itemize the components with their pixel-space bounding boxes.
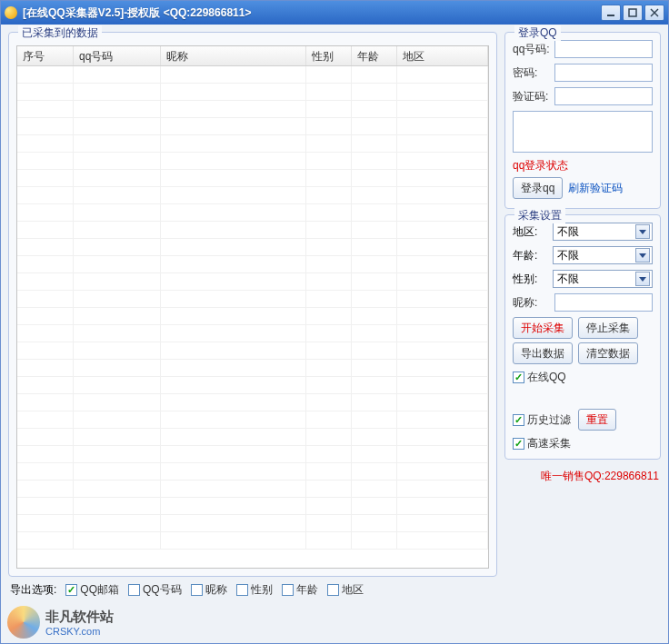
chevron-down-icon <box>635 272 650 286</box>
history-filter-checkbox[interactable]: 历史过滤 <box>513 412 571 428</box>
table-body: document.write(Array.from({length:28}).m… <box>17 66 488 568</box>
export-data-button[interactable]: 导出数据 <box>513 342 573 364</box>
collected-data-group: 已采集到的数据 序号 qq号码 昵称 性别 年龄 地区 document.wri… <box>8 32 497 577</box>
table-row <box>17 481 488 498</box>
col-age[interactable]: 年龄 <box>352 46 397 65</box>
export-qq-email-checkbox[interactable]: QQ邮箱 <box>65 582 119 598</box>
col-gender[interactable]: 性别 <box>306 46 352 65</box>
age-select[interactable]: 不限 <box>553 246 653 264</box>
clear-data-button[interactable]: 清空数据 <box>578 342 638 364</box>
table-row <box>17 532 488 550</box>
age-label: 年龄: <box>513 248 549 263</box>
qq-label: qq号码: <box>513 42 551 57</box>
refresh-captcha-link[interactable]: 刷新验证码 <box>568 181 623 196</box>
captcha-label: 验证码: <box>513 89 551 104</box>
export-options-row: 导出选项: QQ邮箱 QQ号码 昵称 性别 年龄 地区 <box>8 577 497 598</box>
table-row <box>17 118 488 135</box>
data-table[interactable]: 序号 qq号码 昵称 性别 年龄 地区 document.write(Array… <box>16 45 489 569</box>
table-row <box>17 187 488 204</box>
col-qq[interactable]: qq号码 <box>74 46 161 65</box>
table-row <box>17 342 488 360</box>
table-row <box>17 394 488 411</box>
qq-input[interactable] <box>554 40 653 58</box>
svg-rect-1 <box>629 9 636 16</box>
sales-link[interactable]: 唯一销售QQ:229866811 <box>504 465 661 484</box>
settings-group: 采集设置 地区: 不限 年龄: 不限 性别: 不限 昵称: 开始采集 停止采集 … <box>504 214 661 460</box>
col-index[interactable]: 序号 <box>17 46 74 65</box>
table-row <box>17 411 488 429</box>
export-label: 导出选项: <box>10 582 56 598</box>
table-row <box>17 204 488 222</box>
client-area: 已采集到的数据 序号 qq号码 昵称 性别 年龄 地区 document.wri… <box>1 25 668 643</box>
password-input[interactable] <box>554 64 653 82</box>
nick-label: 昵称: <box>513 295 551 311</box>
nick-input[interactable] <box>554 293 653 312</box>
table-row <box>17 463 488 481</box>
login-group: 登录QQ qq号码: 密码: 验证码: qq登录状态 登录qq 刷新验证码 <box>504 32 661 209</box>
table-row <box>17 170 488 187</box>
stop-collect-button[interactable]: 停止采集 <box>578 317 638 339</box>
chevron-down-icon <box>635 224 650 239</box>
table-row <box>17 515 488 532</box>
app-icon <box>5 6 17 19</box>
table-row <box>17 101 488 118</box>
table-row <box>17 256 488 273</box>
table-row <box>17 429 488 446</box>
table-row <box>17 273 488 291</box>
pwd-label: 密码: <box>513 65 551 81</box>
col-nick[interactable]: 昵称 <box>161 46 306 65</box>
settings-legend: 采集设置 <box>514 208 565 223</box>
titlebar: [在线QQ采集器V2.5]-授权版 <QQ:229866811> <box>1 1 668 25</box>
export-nick-checkbox[interactable]: 昵称 <box>191 582 227 598</box>
table-row <box>17 66 488 84</box>
gender-label: 性别: <box>513 272 549 287</box>
captcha-input[interactable] <box>554 87 653 105</box>
captcha-image[interactable] <box>513 111 653 153</box>
table-row <box>17 446 488 463</box>
login-status: qq登录状态 <box>513 158 653 173</box>
chevron-down-icon <box>635 248 650 263</box>
export-gender-checkbox[interactable]: 性别 <box>236 582 273 598</box>
gender-select[interactable]: 不限 <box>553 270 653 288</box>
online-qq-checkbox[interactable]: 在线QQ <box>513 370 653 385</box>
table-row <box>17 153 488 170</box>
table-row <box>17 222 488 239</box>
table-row <box>17 84 488 101</box>
right-panel: 登录QQ qq号码: 密码: 验证码: qq登录状态 登录qq 刷新验证码 采集… <box>504 32 661 636</box>
left-panel: 已采集到的数据 序号 qq号码 昵称 性别 年龄 地区 document.wri… <box>8 32 497 636</box>
region-label: 地区: <box>513 224 549 240</box>
minimize-button[interactable] <box>601 5 621 21</box>
maximize-button[interactable] <box>623 5 643 21</box>
start-collect-button[interactable]: 开始采集 <box>513 317 573 339</box>
reset-button[interactable]: 重置 <box>578 409 616 431</box>
col-region[interactable]: 地区 <box>397 46 488 65</box>
collected-data-legend: 已采集到的数据 <box>18 25 102 41</box>
table-row <box>17 135 488 153</box>
table-row <box>17 308 488 325</box>
login-legend: 登录QQ <box>514 25 561 41</box>
table-row <box>17 325 488 342</box>
login-button[interactable]: 登录qq <box>513 177 563 199</box>
region-select[interactable]: 不限 <box>553 223 653 241</box>
app-window: [在线QQ采集器V2.5]-授权版 <QQ:229866811> 已采集到的数据… <box>0 0 669 644</box>
window-title: [在线QQ采集器V2.5]-授权版 <QQ:229866811> <box>23 5 599 21</box>
table-row <box>17 377 488 394</box>
table-row <box>17 291 488 308</box>
fast-collect-checkbox[interactable]: 高速采集 <box>513 436 653 451</box>
export-region-checkbox[interactable]: 地区 <box>327 582 364 598</box>
table-row <box>17 498 488 515</box>
export-qq-number-checkbox[interactable]: QQ号码 <box>128 582 182 598</box>
table-row <box>17 239 488 256</box>
close-button[interactable] <box>644 5 664 21</box>
table-header: 序号 qq号码 昵称 性别 年龄 地区 <box>17 46 488 66</box>
table-row <box>17 360 488 377</box>
export-age-checkbox[interactable]: 年龄 <box>282 582 318 598</box>
